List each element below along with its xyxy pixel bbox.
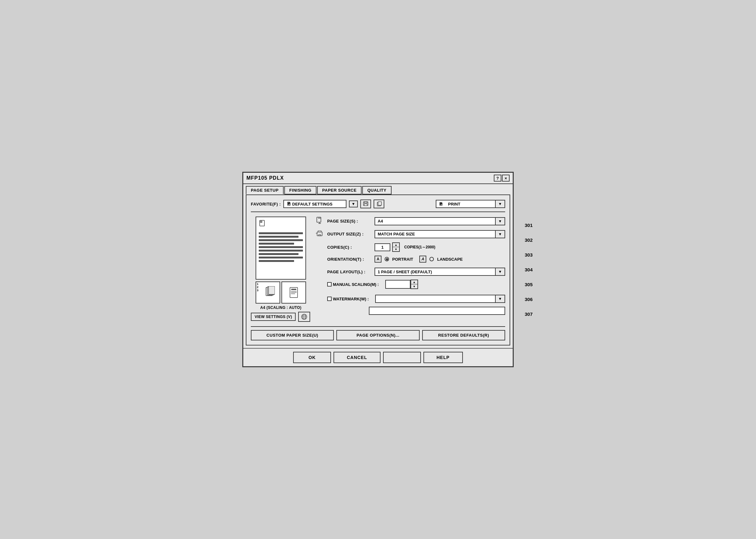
watermark-checkbox[interactable]: [327, 297, 331, 301]
manual-scaling-control: ▲ ▼: [385, 279, 505, 289]
watermark-select[interactable]: ▼: [375, 295, 505, 303]
unnamed-button[interactable]: [383, 352, 421, 363]
close-button[interactable]: ×: [502, 175, 510, 182]
page-layout-arrow[interactable]: ▼: [495, 268, 505, 275]
annotation-304: 304: [525, 267, 532, 272]
preview-label: A4 (SCALING : AUTO): [260, 305, 301, 310]
save-favorite-button[interactable]: [360, 199, 371, 208]
preview-line-4: [259, 243, 294, 245]
svg-rect-12: [268, 286, 275, 294]
favorite-icon: 🖹: [287, 201, 291, 206]
copies-spinner: ▲ ▼: [392, 242, 400, 252]
manual-scaling-checkbox[interactable]: [327, 282, 331, 286]
title-buttons: ? ×: [494, 175, 510, 182]
favorite-dropdown-arrow[interactable]: ▼: [349, 200, 358, 207]
cancel-button[interactable]: CANCEL: [333, 352, 380, 363]
preview-line-8: [259, 257, 303, 259]
portrait-label: PORTRAIT: [392, 257, 413, 262]
landscape-icon: A: [419, 256, 426, 263]
print-value: PRINT: [445, 201, 495, 207]
preview-line-1: [259, 232, 303, 234]
watermark-row: WATERMARK(W) : ▼: [315, 295, 505, 303]
scaling-up-button[interactable]: ▲: [411, 280, 418, 284]
output-size-icon: [315, 229, 324, 239]
tab-paper-source[interactable]: PAPER SOURCE: [317, 186, 362, 194]
orientation-options: A PORTRAIT A LANDSCAPE: [375, 256, 463, 263]
view-settings-button[interactable]: VIEW SETTINGS (V): [251, 313, 296, 321]
landscape-radio[interactable]: [429, 257, 434, 261]
page-size-value: A4: [375, 218, 495, 224]
bottom-buttons-row: CUSTOM PAPER SIZE(U) PAGE OPTIONS(N)... …: [251, 326, 505, 341]
manual-scaling-label: MANUAL SCALING(M) :: [327, 282, 379, 287]
tabs-bar: PAGE SETUP FINISHING PAPER SOURCE QUALIT…: [243, 184, 513, 194]
output-size-arrow[interactable]: ▼: [495, 231, 505, 238]
svg-rect-5: [378, 202, 381, 205]
tab-finishing[interactable]: FINISHING: [284, 186, 317, 194]
page-size-select[interactable]: A4 ▼: [375, 217, 505, 225]
print-dropdown[interactable]: 🖹 PRINT ▼: [436, 200, 505, 208]
orientation-control: A PORTRAIT A LANDSCAPE: [375, 256, 505, 263]
globe-icon: [301, 313, 308, 321]
globe-button[interactable]: [298, 312, 310, 322]
preview-line-2: [259, 236, 299, 238]
scaling-spinner: ▲ ▼: [411, 279, 418, 289]
copies-row: COPIES(C) : 1 ▲ ▼ COPIES(1～2000): [315, 242, 505, 252]
page-options-button[interactable]: PAGE OPTIONS(N)...: [336, 330, 419, 341]
svg-rect-3: [364, 204, 367, 205]
print-icon: 🖹: [436, 201, 445, 207]
main-content: FAVORITE(F) : 🖹 DEFAULT SETTINGS ▼: [246, 194, 510, 346]
landscape-label: LANDSCAPE: [437, 257, 463, 262]
page-size-control: A4 ▼: [375, 217, 505, 225]
copies-input[interactable]: 1: [375, 243, 390, 251]
custom-paper-button[interactable]: CUSTOM PAPER SIZE(U): [251, 330, 334, 341]
watermark-text: WATERMARK(W) :: [333, 297, 369, 301]
dialog-footer: OK CANCEL HELP: [243, 348, 513, 366]
copies-control: 1 ▲ ▼ COPIES(1～2000): [375, 242, 505, 252]
favorite-row: FAVORITE(F) : 🖹 DEFAULT SETTINGS ▼: [251, 199, 505, 212]
preview-panel: 123: [251, 216, 311, 322]
orientation-row: ORIENTATION(T) : A PORTRAIT A LANDSCAPE: [315, 256, 505, 263]
page-layout-select[interactable]: 1 PAGE / SHEET (DEFAULT) ▼: [375, 268, 505, 276]
ok-button[interactable]: OK: [293, 352, 331, 363]
copies-down-button[interactable]: ▼: [393, 247, 399, 251]
watermark-extra-input[interactable]: [369, 307, 505, 315]
watermark-value: [376, 298, 495, 300]
watermark-arrow[interactable]: ▼: [495, 295, 505, 302]
scaling-input[interactable]: [385, 280, 411, 289]
output-size-value: MATCH PAGE SIZE: [375, 231, 495, 237]
page-size-arrow[interactable]: ▼: [495, 218, 505, 225]
output-size-select[interactable]: MATCH PAGE SIZE ▼: [375, 230, 505, 238]
page-layout-control: 1 PAGE / SHEET (DEFAULT) ▼: [375, 268, 505, 276]
mini-preview-number: 123: [257, 283, 258, 292]
view-settings-row: VIEW SETTINGS (V): [251, 312, 311, 322]
page-size-icon: [315, 216, 324, 226]
page-size-label: PAGE SIZE(S) :: [327, 219, 371, 223]
portrait-radio[interactable]: [385, 257, 389, 261]
output-size-row: OUTPUT SIZE(Z) : MATCH PAGE SIZE ▼: [315, 229, 505, 239]
print-dropdown-arrow[interactable]: ▼: [495, 200, 505, 207]
scaling-down-button[interactable]: ▼: [411, 284, 418, 288]
copies-up-button[interactable]: ▲: [393, 243, 399, 247]
tab-quality[interactable]: QUALITY: [362, 186, 392, 194]
restore-defaults-button[interactable]: RESTORE DEFAULTS(R): [422, 330, 505, 341]
copies-label: COPIES(C) :: [327, 245, 371, 250]
help-button[interactable]: ?: [494, 175, 501, 182]
favorite-dropdown[interactable]: 🖹 DEFAULT SETTINGS: [283, 200, 346, 208]
annotation-302: 302: [525, 237, 532, 243]
manual-scaling-text: MANUAL SCALING(M) :: [333, 282, 379, 287]
orientation-label: ORIENTATION(T) :: [327, 257, 371, 262]
svg-rect-27: [317, 232, 322, 236]
svg-rect-1: [364, 202, 367, 203]
watermark-extra-row: [315, 307, 505, 315]
annotation-303: 303: [525, 252, 532, 258]
help-footer-button[interactable]: HELP: [424, 352, 463, 363]
copy-icon: [376, 201, 382, 207]
favorite-value: DEFAULT SETTINGS: [292, 202, 332, 206]
preview-line-3: [259, 239, 303, 241]
svg-rect-14: [291, 289, 296, 290]
preview-lines: [259, 232, 303, 262]
preview-line-9: [259, 260, 294, 262]
copies-hint: COPIES(1～2000): [404, 245, 435, 250]
copy-favorite-button[interactable]: [374, 199, 384, 208]
tab-page-setup[interactable]: PAGE SETUP: [246, 186, 284, 194]
